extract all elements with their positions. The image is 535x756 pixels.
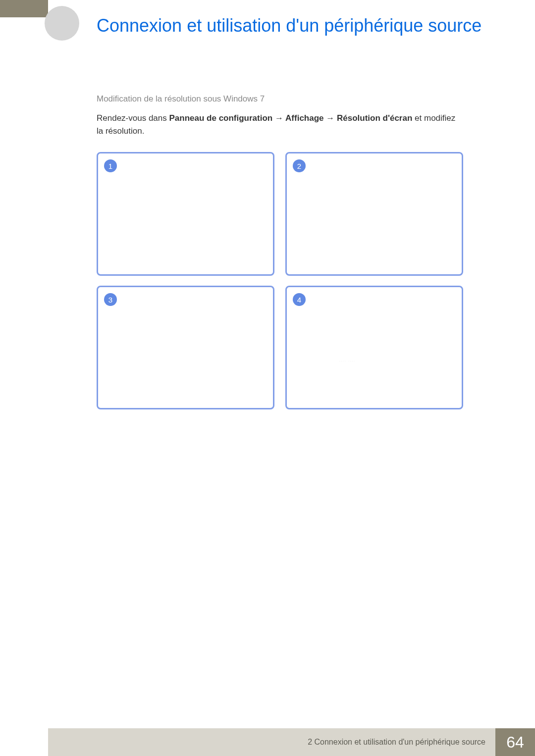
path-segment-2: Affichage xyxy=(285,113,323,123)
step-box-2: 2 xyxy=(285,152,463,276)
step-badge-4: 4 xyxy=(293,293,306,306)
arrow-1: → xyxy=(272,113,285,123)
step-box-3: 3 xyxy=(97,286,274,409)
footer-spacer xyxy=(0,728,48,756)
step-badge-2: 2 xyxy=(293,159,306,172)
footer-page-number: 64 xyxy=(495,728,535,756)
step-box-4: 4 ···· ···· xyxy=(285,286,463,409)
path-segment-3: Résolution d'écran xyxy=(337,113,412,123)
top-accent-bar xyxy=(0,0,48,17)
intro-prefix: Rendez-vous dans xyxy=(97,113,169,123)
footer-bar: 2 Connexion et utilisation d'un périphér… xyxy=(0,728,535,756)
path-segment-1: Panneau de configuration xyxy=(169,113,272,123)
instruction-text: Rendez-vous dans Panneau de configuratio… xyxy=(97,112,463,137)
decorative-dots: ···· ···· xyxy=(339,359,356,362)
step-box-1: 1 xyxy=(97,152,274,276)
page-title: Connexion et utilisation d'un périphériq… xyxy=(97,15,483,36)
chapter-circle-decoration xyxy=(45,6,79,41)
content-area: Modification de la résolution sous Windo… xyxy=(97,94,463,409)
section-heading: Modification de la résolution sous Windo… xyxy=(97,94,463,104)
steps-grid: 1 2 3 4 ···· ···· xyxy=(97,152,463,409)
step-badge-1: 1 xyxy=(104,159,117,172)
step-badge-3: 3 xyxy=(104,293,117,306)
footer-chapter-label: 2 Connexion et utilisation d'un périphér… xyxy=(48,728,495,756)
arrow-2: → xyxy=(324,113,337,123)
